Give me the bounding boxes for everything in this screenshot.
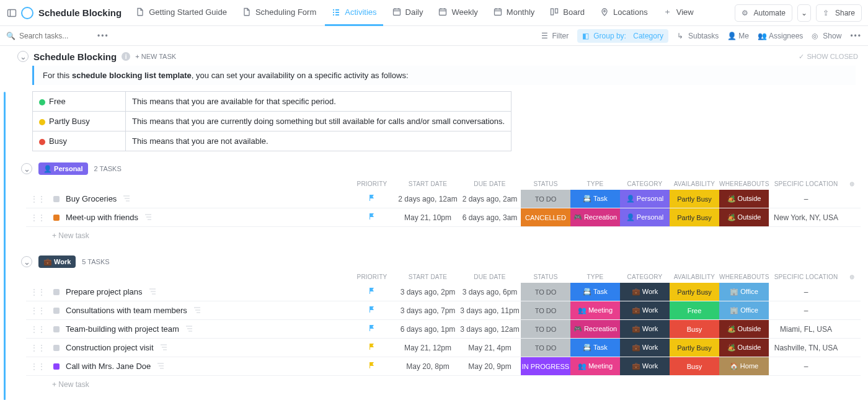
priority-cell[interactable]: [347, 301, 397, 319]
subtask-icon[interactable]: [157, 362, 164, 371]
type-cell[interactable]: 📇 Task: [570, 339, 620, 357]
col-start-date[interactable]: START DATE: [397, 180, 459, 187]
tab-getting-started[interactable]: Getting Started Guide: [129, 0, 233, 26]
task-title[interactable]: Call with Mrs. Jane Doe: [66, 362, 151, 371]
availability-cell[interactable]: Partly Busy: [670, 283, 719, 301]
col-availability[interactable]: AVAILABILITY: [670, 180, 719, 187]
collapse-group-button[interactable]: ⌄: [21, 256, 32, 267]
collapse-group-button[interactable]: ⌄: [21, 163, 32, 174]
category-cell[interactable]: 💼 Work: [620, 320, 670, 338]
availability-cell[interactable]: Busy: [670, 357, 719, 375]
group-chip[interactable]: 💼 Work: [38, 256, 76, 268]
start-date-cell[interactable]: 3 days ago, 7pm: [397, 301, 459, 319]
whereabouts-cell[interactable]: 🏢 Office: [719, 283, 769, 301]
location-cell[interactable]: –: [769, 301, 843, 319]
col-category[interactable]: CATEGORY: [620, 180, 670, 187]
priority-cell[interactable]: [347, 357, 397, 375]
availability-cell[interactable]: Partly Busy: [670, 190, 719, 208]
show-button[interactable]: ◎Show: [812, 32, 841, 40]
availability-cell[interactable]: Partly Busy: [670, 339, 719, 357]
location-cell[interactable]: –: [769, 357, 843, 375]
col-priority[interactable]: PRIORITY: [347, 180, 397, 187]
type-cell[interactable]: 📇 Task: [570, 190, 620, 208]
status-square-icon[interactable]: [53, 308, 60, 314]
subtask-icon[interactable]: [144, 213, 152, 222]
task-title[interactable]: Consultations with team members: [66, 306, 187, 315]
col-type[interactable]: TYPE: [570, 180, 620, 187]
task-row-meetup-friends[interactable]: ⋮⋮ Meet-up with friends May 21, 10pm 6 d…: [26, 208, 861, 227]
subtask-icon[interactable]: [123, 195, 130, 203]
due-date-cell[interactable]: 3 days ago, 12am: [459, 320, 521, 338]
start-date-cell[interactable]: 3 days ago, 2pm: [397, 283, 459, 301]
location-cell[interactable]: –: [769, 190, 843, 208]
add-column-button[interactable]: ⊕: [843, 180, 861, 187]
subtask-icon[interactable]: [185, 325, 193, 334]
search-options-icon[interactable]: •••: [97, 32, 109, 40]
whereabouts-cell[interactable]: 🏠 Home: [719, 357, 769, 375]
due-date-cell[interactable]: May 20, 9pm: [459, 357, 521, 375]
priority-cell[interactable]: [347, 339, 397, 357]
col-start-date[interactable]: START DATE: [397, 273, 459, 280]
tab-scheduling-form[interactable]: Scheduling Form: [236, 0, 322, 26]
add-column-button[interactable]: ⊕: [843, 273, 861, 280]
status-square-icon[interactable]: [53, 289, 60, 295]
new-task-button-work[interactable]: + New task: [14, 376, 864, 393]
status-cell[interactable]: TO DO: [521, 301, 570, 319]
location-cell[interactable]: Nashville, TN, USA: [769, 339, 843, 357]
status-cell[interactable]: TO DO: [521, 339, 570, 357]
category-cell[interactable]: 💼 Work: [620, 357, 670, 375]
availability-cell[interactable]: Busy: [670, 320, 719, 338]
start-date-cell[interactable]: 2 days ago, 12am: [397, 190, 459, 208]
col-whereabouts[interactable]: WHEREABOUTS: [719, 273, 769, 280]
priority-cell[interactable]: [347, 190, 397, 208]
col-category[interactable]: CATEGORY: [620, 273, 670, 280]
drag-handle-icon[interactable]: ⋮⋮: [26, 320, 50, 338]
start-date-cell[interactable]: May 21, 12pm: [397, 339, 459, 357]
new-task-button-personal[interactable]: + New task: [14, 227, 864, 244]
whereabouts-cell[interactable]: 🏕️ Outside: [719, 190, 769, 208]
col-specific-location[interactable]: SPECIFIC LOCATION: [769, 273, 843, 280]
availability-cell[interactable]: Partly Busy: [670, 208, 719, 226]
start-date-cell[interactable]: 6 days ago, 1pm: [397, 320, 459, 338]
category-cell[interactable]: 👤 Personal: [620, 208, 670, 226]
tab-activities[interactable]: Activities: [325, 0, 383, 26]
type-cell[interactable]: 👥 Meeting: [570, 357, 620, 375]
location-cell[interactable]: Miami, FL, USA: [769, 320, 843, 338]
type-cell[interactable]: 📇 Task: [570, 283, 620, 301]
col-status[interactable]: STATUS: [521, 180, 570, 187]
task-title[interactable]: Construction project visit: [66, 343, 154, 352]
tab-daily[interactable]: Daily: [386, 0, 430, 26]
due-date-cell[interactable]: 2 days ago, 2am: [459, 190, 521, 208]
category-cell[interactable]: 💼 Work: [620, 301, 670, 319]
priority-cell[interactable]: [347, 208, 397, 226]
info-icon[interactable]: i: [122, 52, 130, 61]
show-closed-button[interactable]: ✓SHOW CLOSED: [799, 53, 858, 61]
priority-cell[interactable]: [347, 283, 397, 301]
drag-handle-icon[interactable]: ⋮⋮: [26, 283, 50, 301]
status-cell[interactable]: TO DO: [521, 283, 570, 301]
collapse-section-button[interactable]: ⌄: [17, 51, 29, 62]
due-date-cell[interactable]: 6 days ago, 3am: [459, 208, 521, 226]
status-square-icon[interactable]: [53, 196, 60, 202]
drag-handle-icon[interactable]: ⋮⋮: [26, 339, 50, 357]
subtasks-button[interactable]: ↳Subtasks: [677, 32, 719, 40]
start-date-cell[interactable]: May 20, 8pm: [397, 357, 459, 375]
col-specific-location[interactable]: SPECIFIC LOCATION: [769, 180, 843, 187]
status-cell[interactable]: TO DO: [521, 320, 570, 338]
due-date-cell[interactable]: 3 days ago, 6pm: [459, 283, 521, 301]
automate-dropdown[interactable]: ⌄: [797, 4, 811, 22]
filter-button[interactable]: ☰Filter: [541, 32, 569, 40]
due-date-cell[interactable]: May 21, 4pm: [459, 339, 521, 357]
task-row-buy-groceries[interactable]: ⋮⋮ Buy Groceries 2 days ago, 12am 2 days…: [26, 190, 861, 208]
add-view-button[interactable]: ＋ View: [657, 0, 700, 26]
me-button[interactable]: 👤Me: [727, 32, 749, 40]
type-cell[interactable]: 👥 Meeting: [570, 301, 620, 319]
status-square-icon[interactable]: [53, 345, 60, 351]
whereabouts-cell[interactable]: 🏢 Office: [719, 301, 769, 319]
automate-button[interactable]: ⚙ Automate: [735, 4, 792, 22]
subtask-icon[interactable]: [160, 344, 167, 352]
task-title[interactable]: Meet-up with friends: [66, 213, 138, 222]
toolbar-more-icon[interactable]: •••: [850, 32, 862, 40]
drag-handle-icon[interactable]: ⋮⋮: [26, 208, 50, 226]
drag-handle-icon[interactable]: ⋮⋮: [26, 357, 50, 375]
